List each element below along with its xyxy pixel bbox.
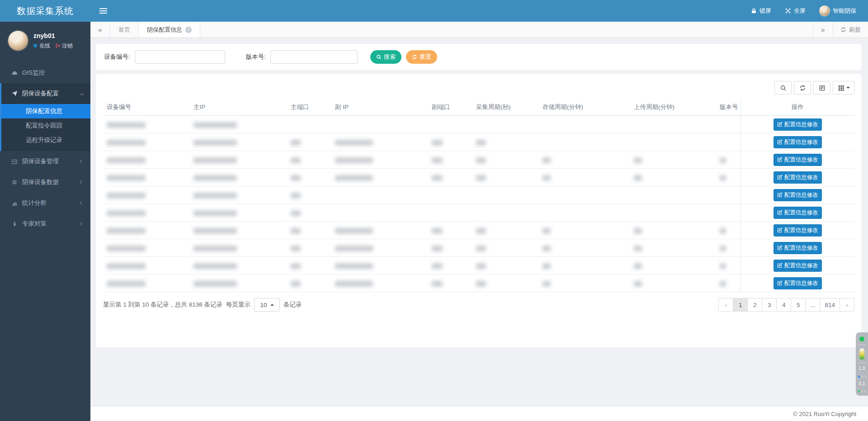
col-main-port: 主端口 [287, 99, 331, 116]
sidebar-item-device-manage[interactable]: 阴保设备管理 [0, 151, 90, 172]
table-cell [428, 133, 472, 151]
redacted-value [720, 157, 726, 163]
page-prev-button[interactable]: ‹ [718, 298, 733, 312]
table-cell [331, 169, 428, 186]
table-cell [190, 133, 287, 151]
edit-icon [777, 280, 783, 286]
edit-config-button[interactable]: 配置信息修改 [774, 189, 822, 201]
sidebar-item-config-info[interactable]: 阴保配置信息 [1, 104, 90, 118]
edit-config-button[interactable]: 配置信息修改 [774, 260, 822, 272]
fullscreen-button[interactable]: 全屏 [785, 7, 806, 15]
edit-config-button[interactable]: 配置信息修改 [774, 118, 822, 131]
redacted-value [193, 281, 237, 287]
col-main-ip: 主IP [190, 99, 287, 116]
device-no-label: 设备编号: [104, 53, 130, 61]
edit-config-button[interactable]: 配置信息修改 [774, 224, 822, 237]
page-button-5[interactable]: 5 [791, 298, 806, 312]
redacted-value [432, 246, 443, 251]
tab-home[interactable]: 首页 [110, 22, 139, 38]
page-button-814[interactable]: 814 [820, 298, 840, 312]
version-input[interactable] [270, 50, 358, 64]
config-table: 设备编号 主IP 主端口 副 IP 副端口 采集周期(秒) 存储周期(分钟) 上… [103, 99, 854, 292]
table-columns-button[interactable] [833, 81, 854, 95]
redacted-value [107, 246, 146, 251]
page-next-button[interactable]: › [840, 298, 854, 312]
table-cell [472, 133, 539, 151]
table-toolbar [103, 81, 854, 95]
hamburger-icon [99, 8, 107, 14]
tabs-scroll-right-button[interactable]: » [813, 22, 833, 38]
edit-icon [777, 175, 783, 180]
search-button[interactable]: 搜索 [370, 50, 401, 64]
table-cell [539, 169, 630, 186]
edit-config-button[interactable]: 配置信息修改 [774, 136, 822, 148]
redacted-value [107, 157, 146, 163]
download-arrow-icon [858, 390, 860, 393]
detail-view-icon [819, 85, 826, 91]
sidebar-item-device-data[interactable]: 阴保设备数据 [0, 172, 90, 193]
person-icon [11, 221, 18, 227]
redacted-value [291, 140, 301, 146]
table-cell [630, 222, 716, 239]
redacted-value [291, 175, 301, 181]
table-footer: 显示第 1 到第 10 条记录，总共 8136 条记录 每页显示 10 条记录 … [103, 298, 854, 312]
sidebar-item-expert[interactable]: 专家对策 [0, 213, 90, 234]
edit-icon [777, 122, 783, 127]
sidebar-toggle-button[interactable] [90, 0, 116, 22]
redacted-value [720, 175, 726, 181]
page-ellipsis[interactable]: ... [805, 298, 820, 312]
edit-config-button[interactable]: 配置信息修改 [774, 277, 822, 289]
table-cell [716, 151, 741, 169]
sidebar-item-remote-upgrade[interactable]: 远程升级记录 [1, 133, 90, 147]
net-speed-widget[interactable]: 1.0 K/s 0.1 K/s [856, 332, 868, 396]
edit-config-button[interactable]: 配置信息修改 [774, 154, 822, 166]
edit-config-button[interactable]: 配置信息修改 [774, 207, 822, 219]
table-refresh-button[interactable] [794, 81, 811, 95]
reset-button[interactable]: 重置 [406, 50, 437, 64]
page-button-2[interactable]: 2 [747, 298, 762, 312]
table-cell [103, 204, 190, 222]
table-detail-view-button[interactable] [813, 81, 830, 95]
redacted-value [107, 122, 146, 128]
tab-refresh-button[interactable]: 刷新 [833, 22, 868, 38]
close-icon[interactable]: × [185, 27, 192, 33]
user-menu[interactable]: 智能阴保 [819, 5, 856, 16]
table-cell [190, 274, 287, 292]
sidebar-item-device-config[interactable]: 阴保设备配置 [1, 83, 90, 104]
edit-icon [777, 139, 783, 145]
page-button-4[interactable]: 4 [776, 298, 791, 312]
bar-chart-icon [11, 200, 18, 206]
table-cell [103, 116, 190, 133]
lock-screen-button[interactable]: 锁屏 [751, 7, 771, 15]
app-root: 数据采集系统 锁屏 全屏 智能阴保 znyb0 [0, 0, 868, 421]
redacted-value [291, 263, 301, 269]
logout-button[interactable]: 注销 [55, 42, 73, 50]
sidebar-item-gis[interactable]: GIS监控 [0, 62, 90, 83]
sidebar-user-panel: znyb01 在线 注销 [0, 22, 90, 59]
sidebar-nav: GIS监控 阴保设备配置 阴保配置信息 配置指令跟踪 远程升级记录 [0, 62, 90, 234]
table-search-toggle-button[interactable] [774, 81, 792, 95]
device-no-input[interactable] [135, 50, 225, 64]
sidebar-item-command-trace[interactable]: 配置指令跟踪 [1, 118, 90, 133]
edit-config-button[interactable]: 配置信息修改 [774, 242, 822, 254]
table-cell-action: 配置信息修改 [741, 133, 854, 151]
edit-config-button[interactable]: 配置信息修改 [774, 171, 822, 184]
table-cell [287, 116, 331, 133]
chevron-left-icon [80, 160, 84, 163]
tab-config-info[interactable]: 阴保配置信息 × [139, 22, 200, 38]
topbar-avatar [819, 5, 830, 16]
pagination-summary: 显示第 1 到第 10 条记录，总共 8136 条记录 [103, 301, 222, 309]
table-cell [630, 186, 716, 204]
table-cell [190, 257, 287, 274]
sidebar-item-stats[interactable]: 统计分析 [0, 193, 90, 213]
table-cell [428, 204, 472, 222]
search-icon [376, 54, 382, 60]
edit-icon [777, 245, 783, 251]
tabs-scroll-left-button[interactable]: « [90, 22, 110, 38]
avatar[interactable] [8, 31, 28, 51]
table-cell [472, 186, 539, 204]
redacted-value [432, 228, 443, 234]
page-size-select[interactable]: 10 [254, 298, 280, 312]
page-button-3[interactable]: 3 [762, 298, 777, 312]
page-button-1[interactable]: 1 [733, 298, 748, 312]
